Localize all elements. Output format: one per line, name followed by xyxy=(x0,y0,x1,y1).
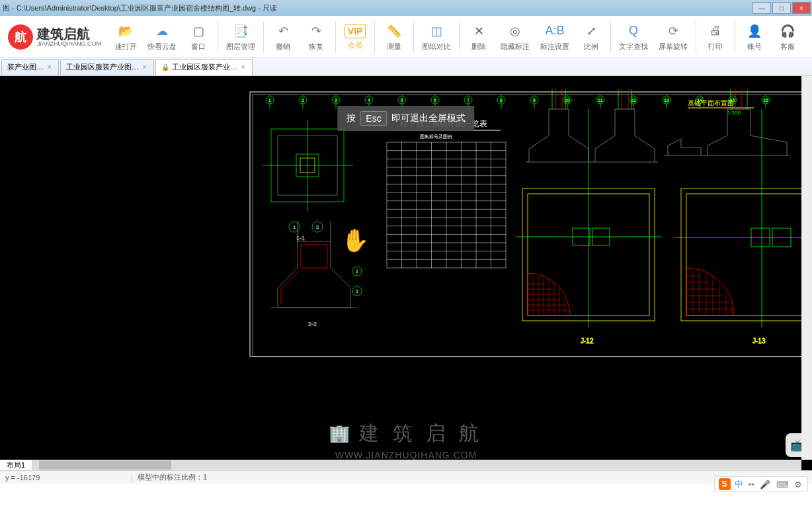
svg-text:2: 2 xyxy=(302,98,304,103)
undo-label: 撤销 xyxy=(276,42,290,52)
window-titlebar: 图 - C:\Users\Administrator\Desktop\工业园区服… xyxy=(0,0,812,16)
scale-label: 比例 xyxy=(584,42,598,52)
svg-text:4: 4 xyxy=(368,98,370,103)
compare-icon: ◫ xyxy=(428,22,445,40)
ime-tray[interactable]: S 中 •• 🎤 ⌨ ⚙ xyxy=(714,476,808,492)
svg-text:2: 2 xyxy=(316,224,319,230)
account-button[interactable]: 👤账号 xyxy=(738,20,771,54)
ime-lang[interactable]: 中 xyxy=(735,478,743,490)
cad-canvas[interactable]: 按 Esc 即可退出全屏模式 ✋ 12345678910111213141516… xyxy=(0,76,812,470)
toast-post: 即可退出全屏模式 xyxy=(391,112,466,124)
print-label: 打印 xyxy=(708,42,723,52)
esc-key-label: Esc xyxy=(360,111,387,126)
tab-label: 工业园区服装产业… xyxy=(172,62,237,72)
svg-text:图集标号及图例: 图集标号及图例 xyxy=(420,134,452,139)
brand-block: 航 建筑启航 JIANZHUQIHANG.COM xyxy=(0,24,109,50)
tab-label: 工业园区服装产业图… xyxy=(66,62,139,72)
window-button[interactable]: ▢窗口 xyxy=(182,20,215,54)
account-icon: 👤 xyxy=(746,22,763,40)
window-label: 窗口 xyxy=(191,42,206,52)
svg-text:1: 1 xyxy=(293,224,296,230)
cloud-label: 快看云盘 xyxy=(147,42,177,52)
maximize-button[interactable]: □ xyxy=(772,2,791,14)
svg-text:7: 7 xyxy=(467,98,469,103)
svg-rect-132 xyxy=(686,194,812,316)
statusbar: y = -16179 模型中的标注比例：1 xyxy=(0,470,812,484)
svg-rect-0 xyxy=(250,92,812,357)
redo-label: 恢复 xyxy=(309,42,323,52)
brand-url: JIANZHUQIHANG.COM xyxy=(37,41,101,48)
undo-icon: ↶ xyxy=(274,22,292,40)
ime-icons: •• 🎤 ⌨ ⚙ xyxy=(747,478,803,490)
tab-label: 装产业图… xyxy=(7,62,44,72)
find-text-button[interactable]: Q文字查找 xyxy=(614,20,653,54)
rotate-icon: ⟳ xyxy=(665,22,682,40)
tab-close-icon[interactable]: × xyxy=(240,64,247,71)
anno-set-button[interactable]: A:B标注设置 xyxy=(535,20,575,54)
tab-close-icon[interactable]: × xyxy=(142,64,148,71)
layer-mgr-button[interactable]: 📑图层管理 xyxy=(221,20,261,54)
measure-icon: 📏 xyxy=(386,22,403,40)
compare-label: 图纸对比 xyxy=(422,42,451,52)
measure-button[interactable]: 📏测量 xyxy=(378,20,411,54)
document-tab-t3[interactable]: 🔒工业园区服装产业…× xyxy=(155,59,253,75)
redo-icon: ↷ xyxy=(307,22,325,40)
close-button[interactable]: × xyxy=(792,2,811,14)
ime-settings-icon[interactable]: ⚙ xyxy=(794,480,802,489)
rotate-label: 屏幕旋转 xyxy=(659,42,688,52)
brand-name: 建筑启航 xyxy=(37,26,101,41)
svg-text:J-13: J-13 xyxy=(752,337,766,345)
rotate-button[interactable]: ⟳屏幕旋转 xyxy=(653,20,693,54)
service-label: 客服 xyxy=(780,42,795,52)
delete-label: 删除 xyxy=(471,42,486,52)
print-button[interactable]: 🖨打印 xyxy=(699,20,732,54)
svg-rect-67 xyxy=(301,245,327,268)
toolbar: 📂速打开☁快看云盘▢窗口📑图层管理↶撤销↷恢复VIP会员📏测量◫图纸对比✕删除◎… xyxy=(109,16,804,58)
cloud-button[interactable]: ☁快看云盘 xyxy=(142,20,182,54)
ime-voice-icon[interactable]: 🎤 xyxy=(760,480,770,489)
svg-text:13: 13 xyxy=(664,98,669,103)
ime-emoji-icon[interactable]: •• xyxy=(749,480,754,489)
bottom-bar: 布局1 xyxy=(0,460,801,470)
document-tab-t2[interactable]: 工业园区服装产业图…× xyxy=(60,59,154,75)
delete-button[interactable]: ✕删除 xyxy=(462,20,495,54)
vertical-scrollbar[interactable] xyxy=(801,76,812,460)
horizontal-scrollbar[interactable] xyxy=(32,460,801,470)
svg-text:1: 1 xyxy=(356,269,358,274)
scale-icon: ⤢ xyxy=(583,22,600,40)
minimize-button[interactable]: — xyxy=(752,2,771,14)
scrollbar-thumb[interactable] xyxy=(39,460,171,470)
service-icon: 🎧 xyxy=(779,22,796,40)
header: 航 建筑启航 JIANZHUQIHANG.COM 📂速打开☁快看云盘▢窗口📑图层… xyxy=(0,16,812,58)
fast-open-button[interactable]: 📂速打开 xyxy=(109,20,142,54)
cloud-icon: ☁ xyxy=(153,22,171,40)
svg-text:8: 8 xyxy=(500,98,503,103)
fast-open-label: 速打开 xyxy=(115,42,137,52)
scale-button[interactable]: ⤢比例 xyxy=(575,20,608,54)
layout-tab[interactable]: 布局1 xyxy=(0,460,32,470)
svg-text:6: 6 xyxy=(434,98,436,103)
svg-text:16: 16 xyxy=(763,98,768,103)
vip-button[interactable]: VIP会员 xyxy=(339,21,372,53)
fast-open-icon: 📂 xyxy=(117,22,134,40)
redo-button[interactable]: ↷恢复 xyxy=(300,20,333,54)
svg-text:5: 5 xyxy=(401,98,403,103)
hide-anno-button[interactable]: ◎隐藏标注 xyxy=(495,20,535,54)
anno-set-label: 标注设置 xyxy=(540,42,569,52)
vip-label: 会员 xyxy=(348,40,362,50)
window-icon: ▢ xyxy=(190,22,207,40)
hide-anno-label: 隐藏标注 xyxy=(501,42,530,52)
layer-mgr-icon: 📑 xyxy=(232,22,249,40)
lock-icon: 🔒 xyxy=(161,64,169,71)
hide-anno-icon: ◎ xyxy=(507,22,524,40)
service-button[interactable]: 🎧客服 xyxy=(771,20,804,54)
undo-button[interactable]: ↶撤销 xyxy=(266,20,300,54)
svg-text:2: 2 xyxy=(356,289,358,294)
ime-keyboard-icon[interactable]: ⌨ xyxy=(776,480,789,489)
svg-rect-1 xyxy=(253,95,812,357)
compare-button[interactable]: ◫图纸对比 xyxy=(417,20,456,54)
tab-close-icon[interactable]: × xyxy=(46,64,53,71)
document-tab-t1[interactable]: 装产业图…× xyxy=(1,59,59,75)
account-label: 账号 xyxy=(747,42,762,52)
svg-text:基础平面布置图: 基础平面布置图 xyxy=(688,99,734,106)
